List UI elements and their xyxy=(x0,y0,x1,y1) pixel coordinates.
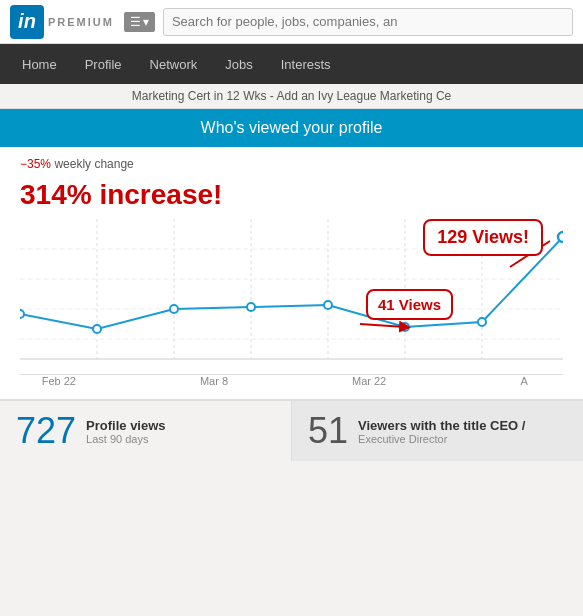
stat-text-ceo: Viewers with the title CEO / Executive D… xyxy=(358,418,525,445)
linkedin-logo: in xyxy=(10,5,44,39)
stat-label-profile-views: Profile views xyxy=(86,418,165,433)
nav-item-network[interactable]: Network xyxy=(136,44,212,84)
x-label-a: A xyxy=(485,375,563,387)
nav-bar: Home Profile Network Jobs Interests xyxy=(0,44,583,84)
weekly-change: −35% weekly change xyxy=(20,157,563,171)
stat-label-ceo: Viewers with the title CEO / xyxy=(358,418,525,433)
stat-text-profile-views: Profile views Last 90 days xyxy=(86,418,165,445)
nav-item-profile[interactable]: Profile xyxy=(71,44,136,84)
stats-footer: 727 Profile views Last 90 days 51 Viewer… xyxy=(0,399,583,461)
nav-item-interests[interactable]: Interests xyxy=(267,44,345,84)
svg-point-13 xyxy=(170,305,178,313)
x-label-blank3 xyxy=(408,375,486,387)
stat-sublabel-exec: Executive Director xyxy=(358,433,525,445)
profile-views-header: Who's viewed your profile xyxy=(0,109,583,147)
x-label-blank1 xyxy=(98,375,176,387)
stat-number-profile-views: 727 xyxy=(16,413,76,449)
stat-number-ceo: 51 xyxy=(308,413,348,449)
stat-block-profile-views: 727 Profile views Last 90 days xyxy=(0,401,291,461)
menu-button[interactable]: ☰ ▾ xyxy=(124,12,155,32)
x-label-mar8: Mar 8 xyxy=(175,375,253,387)
callout-41-views: 41 Views xyxy=(366,289,453,320)
callout-129-views: 129 Views! xyxy=(423,219,543,256)
hamburger-icon: ☰ xyxy=(130,15,141,29)
nav-item-home[interactable]: Home xyxy=(8,44,71,84)
x-label-feb22: Feb 22 xyxy=(20,375,98,387)
chevron-down-icon: ▾ xyxy=(143,15,149,29)
x-axis: Feb 22 Mar 8 Mar 22 A xyxy=(20,374,563,387)
svg-point-18 xyxy=(558,232,563,242)
chart-area: 129 Views! 41 Views xyxy=(20,219,563,399)
top-bar: in PREMIUM ☰ ▾ xyxy=(0,0,583,44)
stat-block-ceo-viewers: 51 Viewers with the title CEO / Executiv… xyxy=(291,401,583,461)
banner-ad[interactable]: Marketing Cert in 12 Wks - Add an Ivy Le… xyxy=(0,84,583,109)
svg-point-15 xyxy=(324,301,332,309)
nav-item-jobs[interactable]: Jobs xyxy=(211,44,266,84)
big-increase: 314% increase! xyxy=(20,181,563,209)
chart-section: −35% weekly change 314% increase! 129 Vi… xyxy=(0,147,583,399)
x-label-mar22: Mar 22 xyxy=(330,375,408,387)
svg-point-17 xyxy=(478,318,486,326)
premium-label: PREMIUM xyxy=(48,16,114,28)
svg-point-11 xyxy=(20,310,24,318)
svg-point-14 xyxy=(247,303,255,311)
stat-sublabel-days: Last 90 days xyxy=(86,433,165,445)
search-input[interactable] xyxy=(163,8,573,36)
svg-point-12 xyxy=(93,325,101,333)
x-label-blank2 xyxy=(253,375,331,387)
